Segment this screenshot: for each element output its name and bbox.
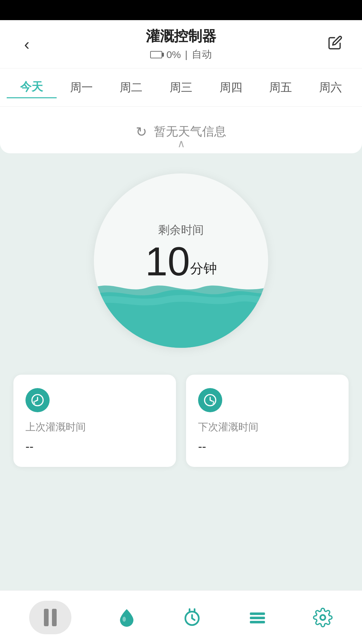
tab-saturday[interactable]: 周六 (305, 77, 355, 98)
settings-nav-item[interactable] (306, 604, 340, 631)
water-drop-icon (117, 607, 137, 628)
svg-rect-6 (250, 612, 265, 615)
remaining-unit: 分钟 (190, 261, 217, 276)
pause-icon (44, 609, 57, 626)
timer-display: 剩余时间 10分钟 (145, 222, 217, 281)
water-nav-item[interactable] (110, 604, 143, 631)
timer-circle[interactable]: 剩余时间 10分钟 (94, 173, 268, 348)
remaining-value: 10 (145, 239, 190, 284)
svg-point-2 (123, 616, 126, 622)
pause-btn-bg (29, 601, 71, 634)
mode-label: 自动 (192, 48, 212, 61)
battery-icon (150, 51, 162, 58)
header: ‹ 灌溉控制器 0% | 自动 (0, 20, 362, 68)
next-irrigation-label: 下次灌溉时间 (198, 420, 337, 434)
header-center: 灌溉控制器 0% | 自动 (40, 27, 322, 61)
page-title: 灌溉控制器 (40, 27, 322, 46)
tab-tuesday[interactable]: 周二 (106, 77, 156, 98)
remaining-value-row: 10分钟 (145, 241, 217, 281)
settings-icon (313, 607, 333, 628)
tab-monday[interactable]: 周一 (57, 77, 107, 98)
header-subtitle: 0% | 自动 (40, 48, 322, 61)
remaining-label: 剩余时间 (145, 222, 217, 238)
svg-rect-8 (250, 621, 265, 624)
refresh-icon[interactable]: ↻ (136, 124, 147, 140)
bottom-nav (0, 590, 362, 644)
status-bar (0, 0, 362, 20)
svg-rect-7 (250, 616, 265, 619)
last-irrigation-icon (25, 388, 50, 412)
schedule-nav-item[interactable] (175, 604, 209, 631)
separator: | (185, 49, 188, 60)
collapse-arrow[interactable]: ∧ (177, 137, 185, 150)
next-irrigation-card: 下次灌溉时间 -- (186, 375, 349, 467)
edit-button[interactable] (322, 35, 349, 53)
main-area: 剩余时间 10分钟 (0, 153, 362, 480)
last-irrigation-label: 上次灌溉时间 (25, 420, 164, 434)
next-irrigation-value: -- (198, 439, 337, 453)
last-irrigation-card: 上次灌溉时间 -- (13, 375, 176, 467)
back-button[interactable]: ‹ (13, 35, 40, 53)
next-irrigation-icon (198, 388, 222, 412)
list-nav-item[interactable] (241, 604, 274, 631)
tab-wednesday[interactable]: 周三 (156, 77, 206, 98)
tab-today[interactable]: 今天 (7, 76, 57, 98)
tab-friday[interactable]: 周五 (256, 77, 306, 98)
day-tabs: 今天 周一 周二 周三 周四 周五 周六 (0, 68, 362, 107)
last-irrigation-value: -- (25, 439, 164, 453)
info-cards: 上次灌溉时间 -- 下次灌溉时间 -- (13, 375, 349, 467)
battery-percent: 0% (166, 49, 181, 60)
tab-thursday[interactable]: 周四 (206, 77, 256, 98)
pause-button[interactable] (22, 597, 78, 638)
schedule-icon (182, 607, 202, 628)
weather-section: ↻ 暂无天气信息 ∧ (0, 107, 362, 153)
weather-text: 暂无天气信息 (154, 123, 226, 140)
list-icon (247, 607, 267, 628)
svg-point-9 (320, 615, 325, 620)
